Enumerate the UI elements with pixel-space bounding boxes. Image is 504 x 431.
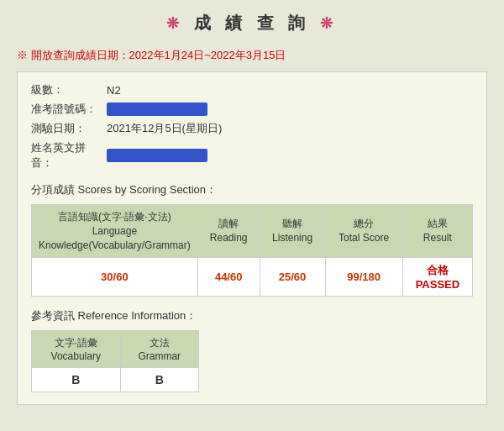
- scores-header-row: 言語知識(文字·語彙·文法) Language Knowledge(Vocabu…: [32, 205, 473, 258]
- reference-section: 參考資訊 Reference Information： 文字·語彙 Vocabu…: [31, 308, 473, 392]
- result-cell: 合格 PASSED: [402, 258, 472, 297]
- header-total-en: Total Score: [339, 232, 389, 244]
- header-grammar-zh: 文法: [150, 337, 170, 349]
- scores-section-title: 分項成績 Scores by Scoring Section：: [31, 182, 473, 197]
- title-text: 成 績 查 詢: [194, 13, 311, 32]
- grammar-grade: B: [120, 368, 199, 392]
- header-result: 結果 Result: [402, 205, 472, 258]
- header-listening-en: Listening: [272, 232, 312, 244]
- result-en: PASSED: [416, 278, 460, 291]
- header-total-zh: 總分: [354, 218, 374, 229]
- exam-date-value: 2021年12月5日(星期日): [107, 121, 222, 136]
- main-card: 級數： N2 准考證號碼： 測驗日期： 2021年12月5日(星期日) 姓名英文…: [17, 71, 487, 405]
- listening-score: 25/60: [260, 258, 325, 297]
- header-lang-zh: 言語知識(文字·語彙·文法): [58, 211, 171, 223]
- header-total: 總分 Total Score: [325, 205, 402, 258]
- scores-data-row: 30/60 44/60 25/60 99/180 合格 PASSED: [32, 258, 473, 297]
- exam-id-blur: [107, 102, 207, 116]
- header-vocab: 文字·語彙 Vocabulary: [32, 331, 121, 368]
- level-value: N2: [107, 84, 121, 97]
- reference-data-row: B B: [32, 368, 199, 392]
- exam-id-row: 准考證號碼：: [31, 102, 473, 117]
- name-blur: [107, 149, 207, 162]
- lang-score: 30/60: [32, 258, 198, 297]
- title-asterisk-left: ❊: [166, 15, 184, 32]
- header-reading-en: Reading: [210, 232, 248, 244]
- header-grammar: 文法 Grammar: [120, 331, 199, 368]
- reference-section-title: 參考資訊 Reference Information：: [31, 308, 473, 323]
- reference-table: 文字·語彙 Vocabulary 文法 Grammar B B: [31, 330, 199, 392]
- name-row: 姓名英文拼音：: [31, 140, 473, 171]
- info-table: 級數： N2 准考證號碼： 測驗日期： 2021年12月5日(星期日) 姓名英文…: [31, 82, 473, 171]
- header-result-zh: 結果: [428, 218, 448, 229]
- scores-table: 言語知識(文字·語彙·文法) Language Knowledge(Vocabu…: [31, 204, 473, 297]
- header-reading: 讀解 Reading: [197, 205, 260, 258]
- page-title: ❊ 成 績 查 詢 ❊: [0, 0, 504, 43]
- exam-date-label: 測驗日期：: [31, 121, 107, 136]
- exam-id-label: 准考證號碼：: [31, 102, 107, 117]
- header-grammar-en: Grammar: [138, 350, 181, 362]
- result-zh: 合格: [427, 264, 449, 276]
- header-result-en: Result: [423, 232, 452, 244]
- exam-date-row: 測驗日期： 2021年12月5日(星期日): [31, 121, 473, 136]
- reading-score: 44/60: [197, 258, 260, 297]
- vocab-grade: B: [32, 368, 121, 392]
- header-lang: 言語知識(文字·語彙·文法) Language Knowledge(Vocabu…: [32, 205, 198, 258]
- header-vocab-zh: 文字·語彙: [55, 337, 97, 349]
- header-reading-zh: 讀解: [218, 218, 239, 229]
- level-label: 級數：: [31, 82, 107, 97]
- total-score: 99/180: [325, 258, 402, 297]
- header-lang-en: Language Knowledge(Vocabulary/Grammar): [39, 225, 191, 251]
- level-row: 級數： N2: [31, 82, 473, 97]
- title-asterisk-right: ❊: [320, 15, 338, 32]
- header-listening-zh: 聽解: [282, 218, 302, 229]
- reference-header-row: 文字·語彙 Vocabulary 文法 Grammar: [32, 331, 199, 368]
- name-label: 姓名英文拼音：: [31, 140, 107, 171]
- header-vocab-en: Vocabulary: [51, 350, 101, 362]
- header-listening: 聽解 Listening: [260, 205, 325, 258]
- notice-text: ※ 開放查詢成績日期：2022年1月24日~2022年3月15日: [0, 43, 504, 71]
